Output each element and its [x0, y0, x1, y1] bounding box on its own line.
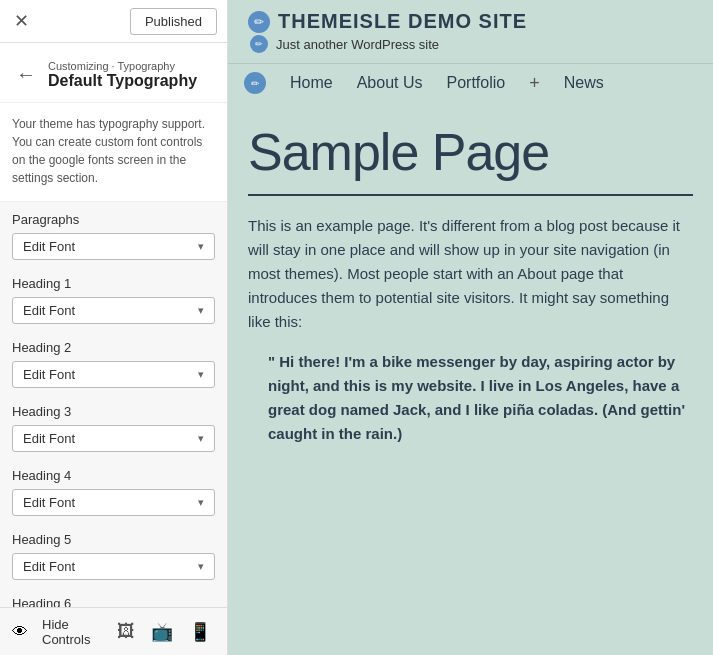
close-button[interactable]: ✕ — [10, 6, 33, 36]
controls-list: ParagraphsEdit Font▾Heading 1Edit Font▾H… — [0, 202, 227, 607]
site-title-row: ✏ THEMEISLE DEMO SITE — [248, 10, 693, 33]
edit-font-label-heading3: Edit Font — [23, 431, 75, 446]
site-tagline-row: ✏ Just another WordPress site — [250, 35, 693, 53]
edit-font-label-heading2: Edit Font — [23, 367, 75, 382]
nav-edit-icon: ✏ — [244, 72, 266, 94]
control-group-heading1: Heading 1Edit Font▾ — [0, 266, 227, 330]
tablet-icon[interactable]: 📺 — [147, 619, 177, 645]
control-group-heading4: Heading 4Edit Font▾ — [0, 458, 227, 522]
site-header: ✏ THEMEISLE DEMO SITE ✏ Just another Wor… — [228, 0, 713, 63]
page-divider — [248, 194, 693, 196]
site-tagline: Just another WordPress site — [276, 37, 439, 52]
dropdown-arrow-heading2: ▾ — [198, 368, 204, 381]
edit-font-button-heading4[interactable]: Edit Font▾ — [12, 489, 215, 516]
edit-font-label-heading4: Edit Font — [23, 495, 75, 510]
desktop-icon[interactable]: 🖼 — [113, 619, 139, 644]
edit-font-button-heading1[interactable]: Edit Font▾ — [12, 297, 215, 324]
nav-plus[interactable]: + — [529, 73, 540, 94]
top-bar: ✕ Published — [0, 0, 227, 43]
breadcrumb-bar: ← Customizing · Typography Default Typog… — [0, 43, 227, 103]
control-label-paragraphs: Paragraphs — [12, 212, 215, 227]
control-label-heading6: Heading 6 — [12, 596, 215, 607]
page-body-text: This is an example page. It's different … — [248, 214, 693, 334]
edit-font-label-heading1: Edit Font — [23, 303, 75, 318]
hide-controls-label: Hide Controls — [42, 617, 97, 647]
edit-font-button-heading3[interactable]: Edit Font▾ — [12, 425, 215, 452]
control-label-heading1: Heading 1 — [12, 276, 215, 291]
nav-news[interactable]: News — [564, 74, 604, 92]
edit-font-button-heading2[interactable]: Edit Font▾ — [12, 361, 215, 388]
left-panel: ✕ Published ← Customizing · Typography D… — [0, 0, 228, 655]
edit-font-button-paragraphs[interactable]: Edit Font▾ — [12, 233, 215, 260]
breadcrumb-trail: Customizing · Typography — [48, 60, 197, 72]
site-title: THEMEISLE DEMO SITE — [278, 10, 527, 33]
control-group-heading5: Heading 5Edit Font▾ — [0, 522, 227, 586]
page-content: Sample Page This is an example page. It'… — [228, 102, 713, 446]
back-button[interactable]: ← — [12, 61, 40, 88]
right-panel: ✏ THEMEISLE DEMO SITE ✏ Just another Wor… — [228, 0, 713, 655]
dropdown-arrow-heading1: ▾ — [198, 304, 204, 317]
edit-font-label-heading5: Edit Font — [23, 559, 75, 574]
control-label-heading2: Heading 2 — [12, 340, 215, 355]
nav-bar: ✏ Home About Us Portfolio + News — [228, 63, 713, 102]
dropdown-arrow-heading4: ▾ — [198, 496, 204, 509]
hide-controls-icon: 👁 — [12, 623, 28, 641]
breadcrumb-title: Default Typography — [48, 72, 197, 90]
info-text: Your theme has typography support. You c… — [0, 103, 227, 202]
control-group-heading2: Heading 2Edit Font▾ — [0, 330, 227, 394]
breadcrumb-text: Customizing · Typography Default Typogra… — [48, 60, 197, 90]
control-label-heading4: Heading 4 — [12, 468, 215, 483]
bottom-bar: 👁 Hide Controls 🖼 📺 📱 — [0, 607, 227, 655]
site-logo-icon: ✏ — [248, 11, 270, 33]
control-group-heading6: Heading 6Edit Font▾ — [0, 586, 227, 607]
control-label-heading5: Heading 5 — [12, 532, 215, 547]
nav-about[interactable]: About Us — [357, 74, 423, 92]
nav-portfolio[interactable]: Portfolio — [447, 74, 506, 92]
dropdown-arrow-heading3: ▾ — [198, 432, 204, 445]
nav-home[interactable]: Home — [290, 74, 333, 92]
published-button[interactable]: Published — [130, 8, 217, 35]
control-label-heading3: Heading 3 — [12, 404, 215, 419]
page-blockquote: " Hi there! I'm a bike messenger by day,… — [256, 350, 693, 446]
dropdown-arrow-heading5: ▾ — [198, 560, 204, 573]
edit-font-label-paragraphs: Edit Font — [23, 239, 75, 254]
control-group-paragraphs: ParagraphsEdit Font▾ — [0, 202, 227, 266]
mobile-icon[interactable]: 📱 — [185, 619, 215, 645]
control-group-heading3: Heading 3Edit Font▾ — [0, 394, 227, 458]
dropdown-arrow-paragraphs: ▾ — [198, 240, 204, 253]
page-title: Sample Page — [248, 122, 693, 182]
tagline-edit-icon: ✏ — [250, 35, 268, 53]
edit-font-button-heading5[interactable]: Edit Font▾ — [12, 553, 215, 580]
